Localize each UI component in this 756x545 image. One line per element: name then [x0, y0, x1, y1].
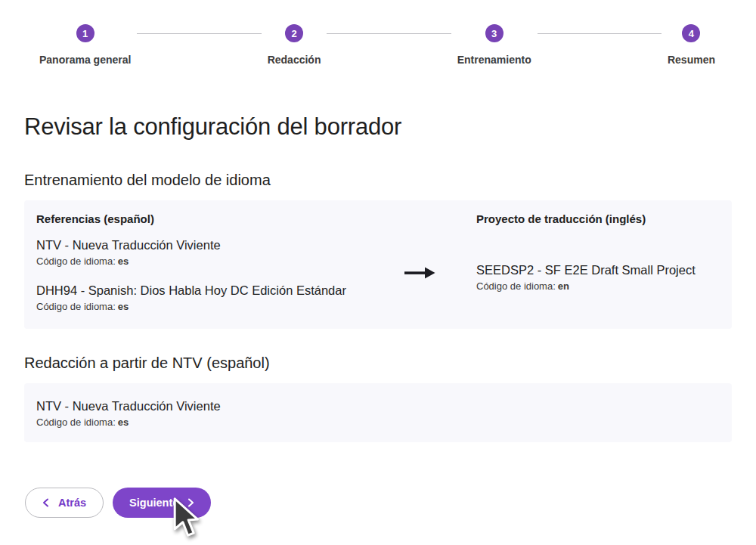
step-1-label: Panorama general [39, 54, 131, 66]
reference-language-code: Código de idioma:es [36, 301, 404, 313]
code-value: es [116, 255, 129, 267]
page-title: Revisar la configuración del borrador [24, 113, 732, 141]
code-label: Código de idioma: [476, 280, 556, 292]
step-3-circle: 3 [485, 24, 503, 42]
code-value: en [556, 280, 569, 292]
back-button[interactable]: Atrás [25, 488, 104, 518]
project-header: Proyecto de traducción (inglés) [476, 212, 720, 226]
wizard-stepper: 1 Panorama general 2 Redacción 3 Entrena… [0, 0, 756, 66]
training-config-panel: Referencias (español) NTV - Nueva Traduc… [24, 200, 732, 329]
code-value: es [116, 416, 129, 428]
chevron-right-icon [187, 498, 194, 507]
reference-item: DHH94 - Spanish: Dios Habla Hoy DC Edici… [36, 283, 404, 313]
training-direction [404, 211, 435, 315]
arrow-right-icon [404, 267, 435, 279]
project-language-code: Código de idioma:en [476, 280, 720, 293]
step-entrenamiento[interactable]: 3 Entrenamiento [457, 24, 531, 66]
step-resumen[interactable]: 4 Resumen [668, 24, 715, 66]
back-button-label: Atrás [58, 497, 86, 509]
code-label: Código de idioma: [36, 301, 116, 312]
code-value: es [116, 301, 129, 312]
drafting-source-item: NTV - Nueva Traducción Viviente Código d… [36, 398, 720, 429]
step-connector-line [137, 33, 261, 34]
training-section-heading: Entrenamiento del modelo de idioma [24, 172, 732, 189]
code-label: Código de idioma: [36, 255, 116, 267]
step-connector-line [538, 33, 662, 34]
step-3-label: Entrenamiento [457, 54, 531, 66]
project-title: SEEDSP2 - SF E2E Draft Small Project [476, 262, 720, 278]
next-button[interactable]: Siguiente [113, 488, 211, 518]
step-4-circle: 4 [682, 24, 700, 42]
drafting-source-title: NTV - Nueva Traducción Viviente [36, 398, 720, 414]
reference-language-code: Código de idioma:es [36, 255, 404, 268]
step-1-circle: 1 [76, 24, 94, 42]
drafting-section-heading: Redacción a partir de NTV (español) [24, 355, 732, 372]
references-column: Referencias (español) NTV - Nueva Traduc… [36, 211, 404, 315]
step-2-circle: 2 [285, 24, 303, 42]
reference-item: NTV - Nueva Traducción Viviente Código d… [36, 237, 404, 268]
project-item: SEEDSP2 - SF E2E Draft Small Project Cód… [476, 262, 720, 293]
step-panorama-general[interactable]: 1 Panorama general [39, 24, 131, 66]
project-column: Proyecto de traducción (inglés) SEEDSP2 … [476, 211, 720, 315]
code-label: Código de idioma: [36, 416, 116, 428]
reference-title: NTV - Nueva Traducción Viviente [36, 237, 404, 253]
next-button-label: Siguiente [129, 497, 178, 509]
step-connector-line [327, 33, 451, 34]
step-redaccion[interactable]: 2 Redacción [268, 24, 321, 66]
drafting-source-panel: NTV - Nueva Traducción Viviente Código d… [24, 383, 732, 442]
drafting-source-language-code: Código de idioma:es [36, 416, 720, 429]
reference-title: DHH94 - Spanish: Dios Habla Hoy DC Edici… [36, 283, 404, 299]
chevron-left-icon [42, 498, 49, 507]
step-2-label: Redacción [268, 54, 321, 66]
step-4-label: Resumen [668, 54, 715, 66]
references-header: Referencias (español) [36, 212, 404, 226]
wizard-footer: Atrás Siguiente [25, 488, 732, 518]
